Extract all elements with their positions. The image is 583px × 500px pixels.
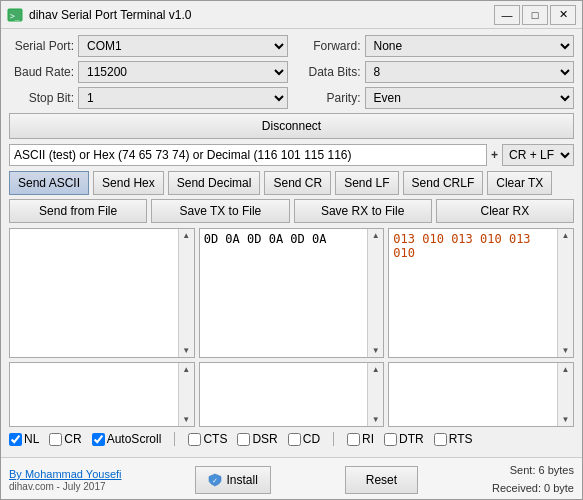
title-bar-controls: — □ ✕	[494, 5, 576, 25]
stop-bit-select[interactable]: 1	[78, 87, 288, 109]
scroll-down-icon[interactable]: ▼	[562, 346, 570, 355]
scroll-down-icon[interactable]: ▼	[182, 415, 190, 424]
author-link[interactable]: By Mohammad Yousefi	[9, 468, 122, 480]
cts-label: CTS	[203, 432, 227, 446]
panel-tx-left-scrollbar[interactable]: ▲ ▼	[178, 229, 194, 357]
panel-tx-left: ▲ ▼	[9, 228, 195, 358]
dtr-checkbox-item: DTR	[384, 432, 424, 446]
rts-label: RTS	[449, 432, 473, 446]
forward-label: Forward:	[296, 39, 361, 53]
scroll-up-icon[interactable]: ▲	[372, 365, 380, 374]
data-bits-pair: Data Bits: 8	[296, 61, 575, 83]
stop-bit-pair: Stop Bit: 1	[9, 87, 288, 109]
scroll-down-icon[interactable]: ▼	[182, 346, 190, 355]
crlf-select[interactable]: CR + LF	[502, 144, 574, 166]
send-decimal-button[interactable]: Send Decimal	[168, 171, 261, 195]
scroll-up-icon[interactable]: ▲	[372, 231, 380, 240]
app-icon: >_	[7, 7, 23, 23]
dtr-checkbox[interactable]	[384, 433, 397, 446]
nl-checkbox[interactable]	[9, 433, 22, 446]
panel-bottom-mid-scrollbar[interactable]: ▲ ▼	[367, 363, 383, 426]
parity-pair: Parity: Even	[296, 87, 575, 109]
main-content: Serial Port: COM1 Forward: None Baud Rat…	[1, 29, 582, 457]
baud-rate-select[interactable]: 115200	[78, 61, 288, 83]
send-from-file-button[interactable]: Send from File	[9, 199, 147, 223]
checkboxes-row: NL CR AutoScroll CTS DSR CD RI	[9, 432, 574, 446]
serial-port-label: Serial Port:	[9, 39, 74, 53]
rts-checkbox[interactable]	[434, 433, 447, 446]
clear-rx-button[interactable]: Clear RX	[436, 199, 574, 223]
plus-label: +	[491, 148, 498, 162]
nl-checkbox-item: NL	[9, 432, 39, 446]
cts-checkbox[interactable]	[188, 433, 201, 446]
panel-bottom-mid-content	[200, 363, 384, 426]
panel-bottom-right-content	[389, 363, 573, 426]
panel-tx-mid: 0D 0A 0D 0A 0D 0A ▲ ▼	[199, 228, 385, 358]
maximize-button[interactable]: □	[522, 5, 548, 25]
autoscroll-checkbox-item: AutoScroll	[92, 432, 162, 446]
config-row-1: Serial Port: COM1 Forward: None	[9, 35, 574, 57]
serial-port-select[interactable]: COM1	[78, 35, 288, 57]
scroll-up-icon[interactable]: ▲	[562, 231, 570, 240]
cr-checkbox-item: CR	[49, 432, 81, 446]
bottom-panels: ▲ ▼ ▲ ▼ ▲ ▼	[9, 362, 574, 427]
reset-button[interactable]: Reset	[345, 466, 418, 494]
ri-label: RI	[362, 432, 374, 446]
disconnect-button[interactable]: Disconnect	[9, 113, 574, 139]
scroll-down-icon[interactable]: ▼	[372, 346, 380, 355]
save-tx-button[interactable]: Save TX to File	[151, 199, 289, 223]
config-row-3: Stop Bit: 1 Parity: Even	[9, 87, 574, 109]
scroll-up-icon[interactable]: ▲	[562, 365, 570, 374]
send-buttons-row: Send ASCII Send Hex Send Decimal Send CR…	[9, 171, 574, 195]
panel-rx-right-content: 013 010 013 010 013 010	[389, 229, 573, 357]
dsr-checkbox-item: DSR	[237, 432, 277, 446]
scroll-down-icon[interactable]: ▼	[372, 415, 380, 424]
panel-bottom-right-scrollbar[interactable]: ▲ ▼	[557, 363, 573, 426]
data-bits-select[interactable]: 8	[365, 61, 575, 83]
ri-checkbox[interactable]	[347, 433, 360, 446]
minimize-button[interactable]: —	[494, 5, 520, 25]
send-hex-button[interactable]: Send Hex	[93, 171, 164, 195]
scroll-up-icon[interactable]: ▲	[182, 231, 190, 240]
send-lf-button[interactable]: Send LF	[335, 171, 398, 195]
parity-label: Parity:	[296, 91, 361, 105]
panel-tx-mid-scrollbar[interactable]: ▲ ▼	[367, 229, 383, 357]
install-button[interactable]: ✓ Install	[195, 466, 270, 494]
top-panels: ▲ ▼ 0D 0A 0D 0A 0D 0A ▲ ▼ 013 010 013 01…	[9, 228, 574, 358]
panel-rx-right: 013 010 013 010 013 010 ▲ ▼	[388, 228, 574, 358]
panel-bottom-left: ▲ ▼	[9, 362, 195, 427]
autoscroll-checkbox[interactable]	[92, 433, 105, 446]
panel-bottom-right: ▲ ▼	[388, 362, 574, 427]
serial-input[interactable]	[9, 144, 487, 166]
bottom-bar: By Mohammad Yousefi dihav.com - July 201…	[1, 457, 582, 500]
panel-bottom-mid: ▲ ▼	[199, 362, 385, 427]
clear-tx-button[interactable]: Clear TX	[487, 171, 552, 195]
stop-bit-label: Stop Bit:	[9, 91, 74, 105]
send-ascii-button[interactable]: Send ASCII	[9, 171, 89, 195]
cd-checkbox[interactable]	[288, 433, 301, 446]
sent-stats: Sent: 6 bytes	[510, 464, 574, 476]
panel-rx-right-scrollbar[interactable]: ▲ ▼	[557, 229, 573, 357]
dsr-label: DSR	[252, 432, 277, 446]
scroll-down-icon[interactable]: ▼	[562, 415, 570, 424]
install-label: Install	[226, 473, 257, 487]
panel-bottom-left-content	[10, 363, 194, 426]
parity-select[interactable]: Even	[365, 87, 575, 109]
panel-bottom-left-scrollbar[interactable]: ▲ ▼	[178, 363, 194, 426]
author-sub: dihav.com - July 2017	[9, 481, 122, 492]
autoscroll-label: AutoScroll	[107, 432, 162, 446]
dsr-checkbox[interactable]	[237, 433, 250, 446]
cd-label: CD	[303, 432, 320, 446]
close-button[interactable]: ✕	[550, 5, 576, 25]
file-buttons-row: Send from File Save TX to File Save RX t…	[9, 199, 574, 223]
save-rx-button[interactable]: Save RX to File	[294, 199, 432, 223]
cd-checkbox-item: CD	[288, 432, 320, 446]
cr-checkbox[interactable]	[49, 433, 62, 446]
baud-rate-label: Baud Rate:	[9, 65, 74, 79]
forward-select[interactable]: None	[365, 35, 575, 57]
send-cr-button[interactable]: Send CR	[264, 171, 331, 195]
send-crlf-button[interactable]: Send CRLF	[403, 171, 484, 195]
input-row: + CR + LF	[9, 144, 574, 166]
baud-rate-pair: Baud Rate: 115200	[9, 61, 288, 83]
scroll-up-icon[interactable]: ▲	[182, 365, 190, 374]
